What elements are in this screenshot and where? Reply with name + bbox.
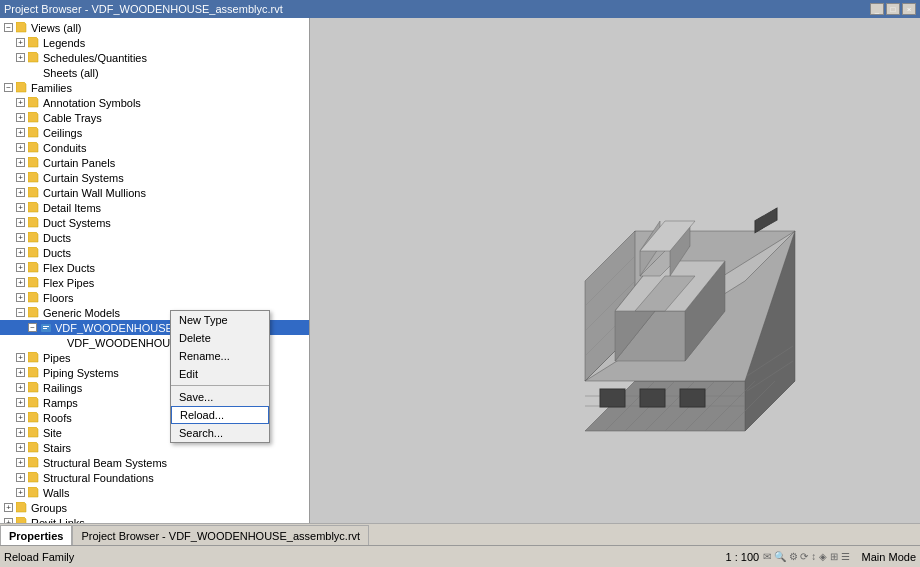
- toggle-icon-curtainsystems[interactable]: +: [16, 173, 25, 182]
- toggle-icon-floors[interactable]: +: [16, 293, 25, 302]
- tree-item-structbeam[interactable]: +Structural Beam Systems: [0, 455, 309, 470]
- context-menu-item-delete[interactable]: Delete: [171, 329, 269, 347]
- item-icon-stairs: [27, 441, 41, 455]
- item-label-curtainsystems: Curtain Systems: [43, 172, 124, 184]
- tree-item-revitlinks[interactable]: +Revit Links: [0, 515, 309, 523]
- toggle-icon-revitlinks[interactable]: +: [4, 518, 13, 523]
- tree-item-conduits[interactable]: +Conduits: [0, 140, 309, 155]
- tree-item-ceilings[interactable]: +Ceilings: [0, 125, 309, 140]
- svg-rect-21: [43, 328, 47, 329]
- toggle-icon-detailitems[interactable]: +: [16, 203, 25, 212]
- toggle-icon-roofs[interactable]: +: [16, 413, 25, 422]
- svg-marker-0: [16, 22, 26, 32]
- svg-marker-12: [28, 217, 38, 227]
- toggle-icon-curtainwall[interactable]: +: [16, 188, 25, 197]
- toggle-icon-views[interactable]: −: [4, 23, 13, 32]
- item-icon-ramps: [27, 396, 41, 410]
- item-label-ducts2: Ducts: [43, 247, 71, 259]
- item-label-conduits: Conduits: [43, 142, 86, 154]
- context-menu-item-reload[interactable]: Reload...: [171, 406, 269, 424]
- svg-marker-2: [28, 52, 38, 62]
- svg-marker-27: [28, 427, 38, 437]
- tree-item-walls[interactable]: +Walls: [0, 485, 309, 500]
- tree-item-cabletrays[interactable]: +Cable Trays: [0, 110, 309, 125]
- close-button[interactable]: ×: [902, 3, 916, 15]
- tree-item-schedules[interactable]: +Schedules/Quantities: [0, 50, 309, 65]
- toggle-icon-genericmodels[interactable]: −: [16, 308, 25, 317]
- context-menu-item-edit[interactable]: Edit: [171, 365, 269, 383]
- toggle-icon-piping[interactable]: +: [16, 368, 25, 377]
- item-icon-curtainsystems: [27, 171, 41, 185]
- scale-text: 1 : 100: [725, 551, 759, 563]
- minimize-button[interactable]: _: [870, 3, 884, 15]
- item-icon-sheets: [27, 66, 41, 80]
- toggle-icon-families[interactable]: −: [4, 83, 13, 92]
- toggle-icon-ramps[interactable]: +: [16, 398, 25, 407]
- item-icon-views: [15, 21, 29, 35]
- tree-item-ductsystems[interactable]: +Duct Systems: [0, 215, 309, 230]
- svg-marker-30: [28, 472, 38, 482]
- toggle-icon-conduits[interactable]: +: [16, 143, 25, 152]
- toggle-icon-structfound[interactable]: +: [16, 473, 25, 482]
- context-menu-item-search[interactable]: Search...: [171, 424, 269, 442]
- tree-item-legends[interactable]: +Legends: [0, 35, 309, 50]
- svg-marker-10: [28, 187, 38, 197]
- tree-area[interactable]: −Views (all)+Legends+Schedules/Quantitie…: [0, 18, 309, 523]
- tree-item-ducts2[interactable]: +Ducts: [0, 245, 309, 260]
- title-bar-buttons[interactable]: _ □ ×: [870, 3, 916, 15]
- tree-item-annotation[interactable]: +Annotation Symbols: [0, 95, 309, 110]
- toggle-icon-ducts2[interactable]: +: [16, 248, 25, 257]
- svg-marker-15: [28, 262, 38, 272]
- toggle-icon-railings[interactable]: +: [16, 383, 25, 392]
- toggle-icon-flexducts[interactable]: +: [16, 263, 25, 272]
- tree-item-views[interactable]: −Views (all): [0, 20, 309, 35]
- tree-item-floors[interactable]: +Floors: [0, 290, 309, 305]
- context-menu: New TypeDeleteRename...EditSave...Reload…: [170, 310, 270, 443]
- tree-item-detailitems[interactable]: +Detail Items: [0, 200, 309, 215]
- tree-item-curtainsystems[interactable]: +Curtain Systems: [0, 170, 309, 185]
- tree-item-flexducts[interactable]: +Flex Ducts: [0, 260, 309, 275]
- toggle-icon-site[interactable]: +: [16, 428, 25, 437]
- toggle-icon-schedules[interactable]: +: [16, 53, 25, 62]
- tab-properties[interactable]: Properties: [0, 525, 72, 545]
- context-menu-item-rename[interactable]: Rename...: [171, 347, 269, 365]
- item-label-curtainwall: Curtain Wall Mullions: [43, 187, 146, 199]
- item-label-floors: Floors: [43, 292, 74, 304]
- toggle-icon-annotation[interactable]: +: [16, 98, 25, 107]
- tree-item-sheets[interactable]: Sheets (all): [0, 65, 309, 80]
- status-bar: Reload Family 1 : 100 ✉ 🔍 ⚙ ⟳ ↕ ◈ ⊞ ☰ Ma…: [0, 545, 920, 567]
- item-icon-ductsystems: [27, 216, 41, 230]
- svg-marker-22: [28, 352, 38, 362]
- item-label-groups: Groups: [31, 502, 67, 514]
- item-icon-families: [15, 81, 29, 95]
- svg-rect-48: [640, 389, 665, 407]
- toggle-icon-cabletrays[interactable]: +: [16, 113, 25, 122]
- tab-browser[interactable]: Project Browser - VDF_WOODENHOUSE_assemb…: [72, 525, 369, 545]
- tree-item-curtainwall[interactable]: +Curtain Wall Mullions: [0, 185, 309, 200]
- item-label-detailitems: Detail Items: [43, 202, 101, 214]
- tree-item-flexpipes[interactable]: +Flex Pipes: [0, 275, 309, 290]
- tree-item-families[interactable]: −Families: [0, 80, 309, 95]
- toggle-icon-ductsystems[interactable]: +: [16, 218, 25, 227]
- context-menu-item-save[interactable]: Save...: [171, 388, 269, 406]
- tree-item-ducts[interactable]: +Ducts: [0, 230, 309, 245]
- tree-item-structfound[interactable]: +Structural Foundations: [0, 470, 309, 485]
- toggle-icon-vdf1[interactable]: −: [28, 323, 37, 332]
- toggle-icon-ceilings[interactable]: +: [16, 128, 25, 137]
- toggle-icon-legends[interactable]: +: [16, 38, 25, 47]
- maximize-button[interactable]: □: [886, 3, 900, 15]
- toggle-icon-flexpipes[interactable]: +: [16, 278, 25, 287]
- toggle-icon-groups[interactable]: +: [4, 503, 13, 512]
- toggle-icon-curtainpanels[interactable]: +: [16, 158, 25, 167]
- item-label-flexpipes: Flex Pipes: [43, 277, 94, 289]
- toggle-icon-walls[interactable]: +: [16, 488, 25, 497]
- toggle-icon-structbeam[interactable]: +: [16, 458, 25, 467]
- tree-item-curtainpanels[interactable]: +Curtain Panels: [0, 155, 309, 170]
- svg-marker-33: [16, 517, 26, 524]
- context-menu-item-newtype[interactable]: New Type: [171, 311, 269, 329]
- toggle-icon-pipes[interactable]: +: [16, 353, 25, 362]
- toggle-icon-ducts[interactable]: +: [16, 233, 25, 242]
- tree-item-groups[interactable]: +Groups: [0, 500, 309, 515]
- toggle-icon-stairs[interactable]: +: [16, 443, 25, 452]
- svg-marker-31: [28, 487, 38, 497]
